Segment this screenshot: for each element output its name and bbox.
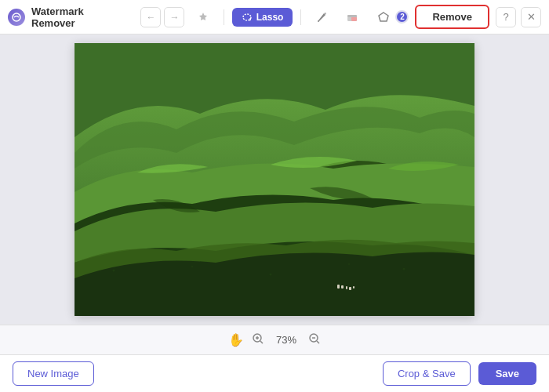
help-button[interactable]: ? <box>496 7 516 27</box>
pen-tool-button[interactable] <box>309 5 333 30</box>
image-container <box>75 43 474 316</box>
svg-point-14 <box>348 263 350 265</box>
new-image-button[interactable]: New Image <box>13 361 94 386</box>
hand-tool-icon[interactable]: ✋ <box>228 332 244 347</box>
window-controls: ? ✕ <box>496 7 541 27</box>
lasso-badge-wrapper: 2 <box>395 10 409 24</box>
remove-button[interactable]: Remove <box>415 5 489 29</box>
canvas-area <box>0 34 549 325</box>
undo-button[interactable]: ← <box>140 7 161 27</box>
svg-point-11 <box>113 270 115 272</box>
svg-rect-4 <box>347 15 357 17</box>
lasso-button[interactable]: Lasso <box>232 8 293 27</box>
svg-line-19 <box>260 341 263 343</box>
lasso-count-badge: 2 <box>395 10 409 24</box>
save-button[interactable]: Save <box>478 362 536 385</box>
svg-line-22 <box>317 341 319 343</box>
svg-rect-10 <box>353 286 354 289</box>
separator2 <box>300 9 301 25</box>
polygon-tool-button[interactable] <box>371 5 395 30</box>
svg-point-0 <box>13 13 20 21</box>
title-bar: Watermark Remover ← → Lasso <box>0 0 549 34</box>
svg-point-12 <box>191 266 193 267</box>
redo-button[interactable]: → <box>164 7 184 27</box>
zoom-in-icon[interactable] <box>252 332 264 348</box>
bottom-right-actions: Crop & Save Save <box>383 361 536 386</box>
svg-rect-6 <box>337 285 340 289</box>
title-bar-right: 2 Remove ? ✕ <box>395 5 541 29</box>
svg-rect-7 <box>341 285 344 289</box>
crop-save-button[interactable]: Crop & Save <box>383 361 471 386</box>
eraser-tool-button[interactable] <box>340 5 365 30</box>
star-icon[interactable] <box>191 5 215 30</box>
svg-rect-9 <box>349 287 351 290</box>
app-logo <box>8 9 25 26</box>
main-image <box>75 43 474 316</box>
close-button[interactable]: ✕ <box>521 7 541 27</box>
title-bar-left: Watermark Remover ← → Lasso <box>8 5 395 30</box>
separator <box>224 9 224 25</box>
svg-point-1 <box>243 14 251 20</box>
landscape-svg <box>75 43 474 316</box>
bottom-bar: New Image Crop & Save Save <box>0 354 549 392</box>
nav-buttons: ← → <box>140 7 184 27</box>
zoom-level: 73% <box>272 334 300 346</box>
svg-point-15 <box>403 268 405 270</box>
lasso-label: Lasso <box>256 12 284 23</box>
svg-point-13 <box>270 274 272 276</box>
zoom-bar: ✋ 73% <box>0 325 549 354</box>
app-title: Watermark Remover <box>31 5 128 29</box>
zoom-out-icon[interactable] <box>308 332 321 348</box>
svg-rect-8 <box>346 286 347 289</box>
